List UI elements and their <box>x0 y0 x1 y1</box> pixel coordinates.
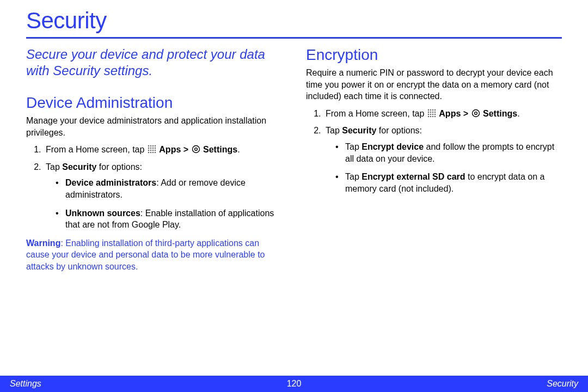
svg-point-4 <box>148 148 150 149</box>
device-admin-steps: From a Home screen, tap Apps > Settings.… <box>26 144 282 231</box>
footer-right: Security <box>547 379 578 389</box>
text: Tap <box>345 172 362 181</box>
svg-point-6 <box>152 148 154 149</box>
list-item: Tap Encrypt external SD card to encrypt … <box>338 171 562 194</box>
content-columns: Secure your device and protect your data… <box>26 46 562 273</box>
svg-point-11 <box>155 150 156 151</box>
svg-point-1 <box>150 145 152 147</box>
svg-point-35 <box>474 112 477 114</box>
step-text: From a Home screen, tap Apps > Settings. <box>46 145 240 154</box>
svg-point-18 <box>428 109 430 111</box>
text: From a Home screen, tap <box>46 145 147 154</box>
text: : Enabling installation of third-party a… <box>26 238 265 271</box>
svg-point-5 <box>150 148 152 149</box>
page-title: Security <box>26 8 562 34</box>
bold-text: Apps <box>439 109 461 118</box>
bold-text: Encrypt external SD card <box>362 172 465 181</box>
apps-grid-icon <box>148 145 156 154</box>
section-heading-encryption: Encryption <box>306 46 562 64</box>
svg-point-21 <box>434 109 436 111</box>
bold-text: Apps <box>159 145 181 154</box>
svg-point-2 <box>152 145 154 147</box>
section-heading-device-admin: Device Administration <box>26 94 282 112</box>
bold-text: Security <box>62 162 96 171</box>
left-column: Secure your device and protect your data… <box>26 46 282 273</box>
svg-point-7 <box>155 148 156 149</box>
svg-point-26 <box>428 113 430 115</box>
settings-gear-icon <box>192 145 200 154</box>
svg-point-15 <box>155 152 156 154</box>
step-text: From a Home screen, tap Apps > Settings. <box>326 109 520 118</box>
encryption-bullets: Tap Encrypt device and follow the prompt… <box>326 141 562 194</box>
svg-point-33 <box>434 115 436 117</box>
horizontal-rule <box>26 37 562 39</box>
page-footer: Settings 120 Security <box>0 376 588 392</box>
svg-point-3 <box>155 145 156 147</box>
svg-point-8 <box>148 150 150 151</box>
text: From a Home screen, tap <box>326 109 427 118</box>
text: Tap <box>326 126 342 135</box>
encryption-intro: Require a numeric PIN or password to dec… <box>306 67 562 102</box>
settings-gear-icon <box>471 109 480 118</box>
bold-text: Settings <box>203 145 237 154</box>
bold-text: > <box>463 109 468 118</box>
page-subtitle: Secure your device and protect your data… <box>26 46 282 79</box>
svg-point-32 <box>432 115 434 117</box>
svg-point-0 <box>148 145 150 147</box>
list-item: Tap Encrypt device and follow the prompt… <box>338 141 562 164</box>
text: Tap <box>46 162 62 171</box>
encryption-steps: From a Home screen, tap Apps > Settings.… <box>306 108 562 195</box>
step-item: From a Home screen, tap Apps > Settings. <box>44 144 282 156</box>
svg-point-10 <box>152 150 154 151</box>
svg-point-17 <box>194 148 197 151</box>
svg-point-29 <box>434 113 436 115</box>
svg-point-14 <box>152 152 154 154</box>
footer-left: Settings <box>10 379 41 389</box>
bold-text: Security <box>342 126 376 135</box>
text: . <box>237 145 240 154</box>
device-admin-bullets: Device administrators: Add or remove dev… <box>46 177 282 230</box>
bold-text: Warning <box>26 238 60 248</box>
svg-point-23 <box>430 111 432 113</box>
bold-text: Settings <box>483 109 517 118</box>
right-column: Encryption Require a numeric PIN or pass… <box>306 46 562 273</box>
list-item: Unknown sources: Enable installation of … <box>58 207 282 231</box>
svg-point-9 <box>150 150 152 151</box>
svg-point-27 <box>430 113 432 115</box>
svg-point-31 <box>430 115 432 117</box>
svg-point-24 <box>432 111 434 113</box>
apps-grid-icon <box>427 109 436 118</box>
svg-point-20 <box>432 109 434 111</box>
device-admin-intro: Manage your device administrators and ap… <box>26 115 282 138</box>
step-item: Tap Security for options: Tap Encrypt de… <box>323 125 562 194</box>
svg-point-25 <box>434 111 436 113</box>
bold-text: Device administrators <box>65 178 156 187</box>
svg-point-30 <box>428 115 430 117</box>
text: Tap <box>345 142 362 151</box>
step-item: Tap Security for options: Device adminis… <box>44 161 282 231</box>
footer-page-number: 120 <box>287 379 302 389</box>
bold-text: > <box>183 145 188 154</box>
svg-point-12 <box>148 152 150 154</box>
step-item: From a Home screen, tap Apps > Settings. <box>323 108 562 120</box>
svg-point-28 <box>432 113 434 115</box>
list-item: Device administrators: Add or remove dev… <box>58 177 282 200</box>
svg-point-22 <box>428 111 430 113</box>
bold-text: Encrypt device <box>362 142 424 151</box>
text: for options: <box>96 162 142 171</box>
text: for options: <box>376 126 422 135</box>
svg-point-19 <box>430 109 432 111</box>
warning-text: Warning: Enabling installation of third-… <box>26 237 282 273</box>
svg-point-16 <box>192 146 199 153</box>
page: Security Secure your device and protect … <box>0 0 588 392</box>
text: . <box>517 109 519 118</box>
svg-point-34 <box>472 109 479 117</box>
bold-text: Unknown sources <box>65 209 140 218</box>
svg-point-13 <box>150 152 152 154</box>
